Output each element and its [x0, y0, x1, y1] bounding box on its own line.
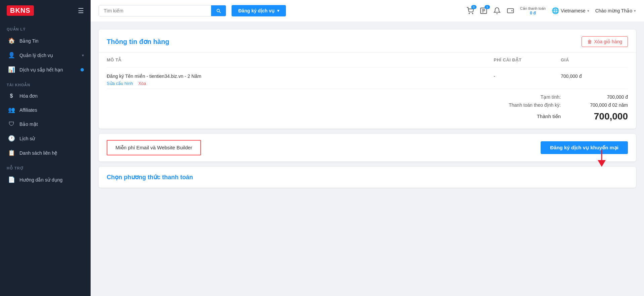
sidebar-item-hoa-don[interactable]: $ Hóa đơn	[0, 89, 91, 103]
sidebar-item-dich-vu-sap-het-han[interactable]: 📊 Dịch vụ sắp hết hạn	[0, 62, 91, 77]
table-header: MÔ TẢ PHÍ CÀI ĐẶT GIÁ	[107, 53, 628, 67]
total-row: Thành tiền 700,000	[107, 111, 628, 122]
col-price: GIÁ	[561, 57, 628, 62]
promo-right: Đăng ký dịch vụ khuyến mại	[541, 141, 628, 154]
delete-row-link[interactable]: Xóa	[138, 81, 146, 86]
order-card-header: Thông tin đơn hàng 🗑 Xóa giỏ hàng	[99, 30, 636, 53]
dollar-icon: $	[7, 93, 16, 99]
clear-cart-button[interactable]: 🗑 Xóa giỏ hàng	[582, 36, 628, 47]
bell-icon	[493, 7, 501, 14]
promo-text: Miễn phí Email và Website Builder	[115, 145, 192, 150]
svg-marker-8	[598, 160, 606, 167]
subtotal-row: Tạm tính: 700,000 đ	[107, 94, 628, 100]
sidebar-item-huong-dan[interactable]: 📄 Hướng dẫn sử dụng	[0, 172, 91, 187]
order-info-card: Thông tin đơn hàng 🗑 Xóa giỏ hàng MÔ TẢ …	[99, 30, 636, 129]
sidebar-item-label: Hóa đơn	[19, 93, 84, 99]
total-label: Thành tiền	[537, 113, 561, 119]
edit-config-link[interactable]: Sửa cấu hình	[107, 81, 133, 86]
register-service-label: Đăng ký dịch vụ	[238, 8, 275, 13]
search-button[interactable]	[211, 5, 226, 16]
col-description: MÔ TẢ	[107, 57, 494, 62]
arrow-indicator	[596, 150, 608, 168]
search-input[interactable]	[99, 5, 211, 16]
row-actions: Sửa cấu hình Xóa	[107, 81, 494, 86]
sidebar-item-label: Bảng Tin	[19, 38, 84, 44]
home-icon: 🏠	[7, 37, 16, 44]
periodic-value: 700,000 đ 02 năm	[574, 102, 628, 108]
register-service-button[interactable]: Đăng ký dịch vụ ▾	[232, 5, 286, 16]
trash-icon: 🗑	[587, 39, 592, 44]
wallet-icon	[507, 7, 514, 14]
cart-badge: 0	[471, 5, 477, 9]
affiliates-icon: 👥	[7, 106, 16, 113]
contacts-icon: 📋	[7, 149, 16, 156]
sidebar: BKNS ☰ QUẢN LÝ 🏠 Bảng Tin 👤 Quản lý dịch…	[0, 0, 91, 296]
promo-button[interactable]: Đăng ký dịch vụ khuyến mại	[541, 141, 628, 154]
search-box	[99, 5, 226, 16]
order-summary: Tạm tính: 700,000 đ Thanh toán theo định…	[99, 89, 636, 129]
row-description-cell: Đăng ký Tên miền - tientien34.biz.vn - 2…	[107, 73, 494, 86]
payment-section-card: Chọn phương thức thanh toán	[99, 167, 636, 188]
chart-icon: 📊	[7, 66, 16, 73]
sidebar-item-danh-sach-lien-he[interactable]: 📋 Danh sách liên hệ	[0, 146, 91, 160]
cart-icon-btn[interactable]: 0	[466, 7, 474, 14]
notification-dot	[81, 68, 84, 71]
sidebar-item-bang-tin[interactable]: 🏠 Bảng Tin	[0, 34, 91, 48]
doc-icon: 📄	[7, 176, 16, 183]
user-icon: 👤	[7, 52, 16, 59]
section-label-account: TÀI KHOẢN	[0, 77, 91, 89]
order-badge: 1	[485, 5, 490, 9]
chevron-down-icon: ▾	[634, 9, 636, 13]
sidebar-item-lich-su[interactable]: 🕐 Lịch sử	[0, 131, 91, 146]
sidebar-item-label: Hướng dẫn sử dụng	[19, 177, 84, 183]
row-setup-fee: -	[494, 73, 561, 79]
payment-label: Cần thanh toán	[520, 6, 546, 11]
section-label-management: QUẢN LÝ	[0, 21, 91, 34]
row-description: Đăng ký Tên miền - tientien34.biz.vn - 2…	[107, 73, 494, 79]
promo-card: Miễn phí Email và Website Builder Đăng k…	[99, 134, 636, 161]
sidebar-item-quan-ly-dich-vu[interactable]: 👤 Quản lý dịch vụ ▾	[0, 48, 91, 62]
promo-box: Miễn phí Email và Website Builder	[107, 140, 201, 155]
sidebar-section-account: TÀI KHOẢN $ Hóa đơn 👥 Affiliates 🛡 Bảo m…	[0, 77, 91, 160]
topbar-icons: 0 1	[466, 6, 636, 15]
col-setup-fee: PHÍ CÀI ĐẶT	[494, 57, 561, 62]
chevron-down-icon: ▾	[277, 8, 279, 13]
payment-amount: 0 đ	[530, 11, 536, 15]
sidebar-item-label: Lịch sử	[19, 136, 84, 141]
sidebar-item-label: Quản lý dịch vụ	[19, 53, 82, 58]
arrow-icon	[596, 150, 608, 167]
sidebar-section-management: QUẢN LÝ 🏠 Bảng Tin 👤 Quản lý dịch vụ ▾ 📊…	[0, 21, 91, 77]
main-area: Đăng ký dịch vụ ▾ 0 1	[91, 0, 644, 296]
hamburger-icon[interactable]: ☰	[78, 7, 84, 15]
shield-icon: 🛡	[7, 121, 16, 128]
greeting[interactable]: Chào mừng Thảo ▾	[595, 8, 636, 13]
sidebar-item-bao-mat[interactable]: 🛡 Bảo mật	[0, 117, 91, 131]
payment-info[interactable]: Cần thanh toán 0 đ	[520, 6, 546, 15]
chevron-down-icon: ▾	[587, 9, 589, 13]
sidebar-header: BKNS ☰	[0, 0, 91, 21]
svg-point-1	[472, 13, 473, 14]
language-button[interactable]: 🌐 Vietnamese ▾	[552, 7, 589, 14]
wallet-icon-btn[interactable]	[507, 7, 514, 14]
sidebar-item-affiliates[interactable]: 👥 Affiliates	[0, 103, 91, 117]
logo: BKNS	[7, 5, 34, 16]
order-table: MÔ TẢ PHÍ CÀI ĐẶT GIÁ Đăng ký Tên miền -…	[99, 53, 636, 89]
globe-icon: 🌐	[552, 7, 559, 14]
greeting-text: Chào mừng Thảo	[595, 8, 632, 13]
chevron-down-icon: ▾	[82, 53, 84, 58]
topbar: Đăng ký dịch vụ ▾ 0 1	[91, 0, 644, 21]
periodic-row: Thanh toán theo định kỳ: 700,000 đ 02 nă…	[107, 102, 628, 108]
subtotal-label: Tạm tính:	[487, 94, 561, 100]
search-icon	[216, 8, 221, 13]
history-icon: 🕐	[7, 135, 16, 142]
language-label: Vietnamese	[561, 8, 586, 13]
svg-point-0	[469, 13, 469, 14]
sidebar-item-label: Bảo mật	[19, 121, 84, 127]
section-label-support: HỖ TRỢ	[0, 160, 91, 172]
table-row: Đăng ký Tên miền - tientien34.biz.vn - 2…	[107, 67, 628, 89]
payment-section-title: Chọn phương thức thanh toán	[107, 174, 628, 181]
order-title: Thông tin đơn hàng	[107, 38, 169, 46]
notification-icon-btn[interactable]	[493, 7, 501, 14]
subtotal-value: 700,000 đ	[574, 94, 628, 100]
order-icon-btn[interactable]: 1	[480, 7, 487, 14]
